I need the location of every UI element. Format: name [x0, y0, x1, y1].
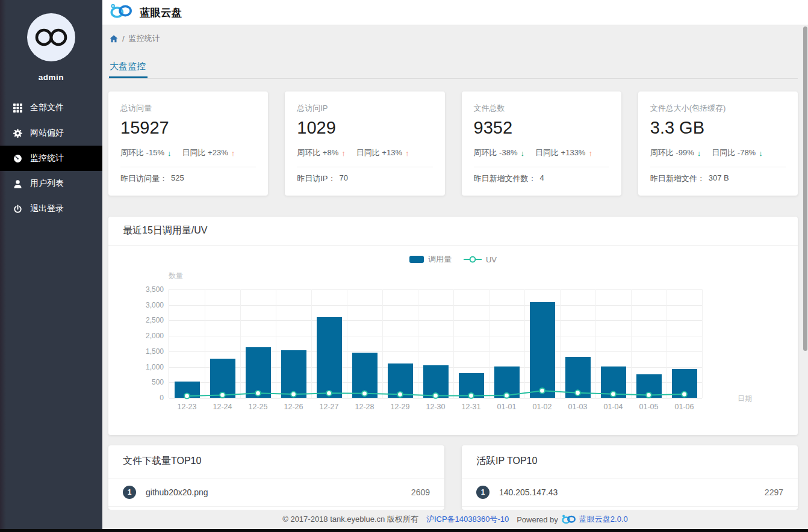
stat-card-value: 1029 — [297, 118, 432, 138]
trend-day: 日同比 -78%↓ — [712, 147, 762, 158]
chart-card: 最近15日调用量/UV 调用量 UV 数量 05001,0001,5002,00… — [108, 217, 798, 435]
sidebar-item-label: 全部文件 — [30, 102, 64, 113]
x-tick-label: 01-02 — [524, 403, 561, 411]
arrow-up-icon: ↑ — [231, 149, 235, 158]
chart-y-axis-label: 数量 — [169, 271, 183, 281]
uv-data-point — [504, 393, 509, 398]
trend-week: 周环比 -38%↓ — [474, 147, 524, 158]
y-tick-label: 2,500 — [122, 316, 164, 324]
stat-card-value: 15927 — [120, 118, 256, 138]
stat-card-trends: 周环比 -99%↓日同比 -78%↓ — [650, 147, 786, 158]
trend-day: 日同比 +13%↑ — [356, 147, 409, 158]
uv-data-point — [575, 390, 580, 395]
stat-card-divider — [650, 167, 786, 167]
stat-card-trends: 周环比 -15%↓日同比 +23%↑ — [120, 147, 256, 158]
list-item: 1140.205.147.432297 — [462, 478, 798, 507]
x-tick-label: 12-26 — [276, 403, 312, 411]
stat-footer-value: 307 B — [709, 173, 729, 184]
stat-card-footer: 昨日访IP：70 — [297, 173, 432, 184]
tab-bar-divider — [108, 78, 798, 79]
x-tick-label: 12-23 — [169, 403, 205, 411]
uv-data-point — [362, 391, 367, 396]
sidebar-item-1[interactable]: 网站偏好 — [0, 120, 102, 146]
stat-footer-label: 昨日访IP： — [297, 173, 335, 184]
x-tick-label: 01-06 — [667, 403, 703, 411]
legend-item-line[interactable]: UV — [464, 255, 497, 264]
stat-footer-value: 70 — [340, 173, 348, 184]
legend-item-bar[interactable]: 调用量 — [409, 254, 452, 265]
arrow-up-icon: ↑ — [588, 149, 592, 158]
line-marker-icon — [464, 256, 482, 263]
stat-card-divider — [297, 167, 432, 167]
trend-label: 日同比 +133% — [535, 147, 585, 158]
footer-brand-link[interactable]: 蓝眼云盘2.0.0 — [579, 514, 628, 525]
avatar — [27, 13, 75, 61]
uv-data-point — [682, 392, 687, 397]
uv-data-point — [433, 393, 438, 398]
app-title: 蓝眼云盘 — [140, 5, 182, 20]
stat-card-label: 文件总数 — [474, 103, 609, 114]
app-logo-icon — [110, 2, 132, 22]
trend-label: 周环比 +8% — [297, 147, 338, 158]
panel-title: 活跃IP TOP10 — [476, 455, 537, 468]
grid-line-v — [702, 289, 703, 398]
stat-footer-label: 昨日新增文件数： — [474, 173, 536, 184]
window-bottom-edge — [0, 529, 808, 532]
x-tick-label: 12-25 — [240, 403, 276, 411]
x-tick-label: 01-04 — [595, 403, 632, 411]
stat-card-trends: 周环比 +8%↑日同比 +13%↑ — [297, 147, 432, 158]
footer-icp-link[interactable]: 沪ICP备14038360号-10 — [426, 514, 509, 525]
uv-data-point — [397, 392, 403, 397]
app-footer: © 2017-2018 tank.eyeblue.cn 版权所有 沪ICP备14… — [102, 510, 808, 529]
stat-card-label: 文件总大小(包括缓存) — [650, 103, 786, 114]
panel-title: 文件下载量TOP10 — [123, 455, 201, 468]
trend-week: 周环比 -99%↓ — [650, 147, 701, 158]
stat-card-divider — [474, 167, 609, 167]
arrow-up-icon: ↑ — [405, 149, 409, 158]
power-icon — [13, 205, 22, 214]
home-icon[interactable] — [110, 35, 118, 43]
stat-card-label: 总访问IP — [297, 103, 432, 114]
sidebar-item-2[interactable]: 监控统计 — [0, 146, 102, 171]
legend-bar-label: 调用量 — [428, 254, 452, 265]
uv-data-point — [255, 391, 261, 396]
sidebar-item-0[interactable]: 全部文件 — [0, 95, 102, 120]
list-item-name: 140.205.147.43 — [499, 487, 558, 497]
y-tick-label: 1,000 — [122, 363, 164, 371]
uv-data-point — [220, 392, 225, 398]
trend-week: 周环比 -15%↓ — [120, 147, 171, 158]
stat-card-footer: 昨日新增文件数：4 — [474, 173, 609, 184]
stat-card-2: 文件总数9352周环比 -38%↓日同比 +133%↑昨日新增文件数：4 — [462, 91, 621, 196]
scrollbar-thumb[interactable] — [803, 26, 807, 351]
arrow-down-icon: ↓ — [520, 149, 524, 158]
stat-cards-row: 总访问量15927周环比 -15%↓日同比 +23%↑昨日访问量：525总访问I… — [108, 91, 798, 196]
y-tick-label: 0 — [122, 394, 164, 402]
list-item-name: github20x20.png — [146, 487, 208, 497]
stat-card-value: 3.3 GB — [650, 118, 786, 138]
arrow-up-icon: ↑ — [341, 149, 346, 158]
uv-data-point — [326, 391, 332, 396]
list-item-value: 2297 — [765, 487, 783, 497]
chart-x-axis-label: 日期 — [738, 394, 752, 404]
brand-infinity-icon — [34, 27, 69, 48]
chart-title: 最近15日调用量/UV — [123, 224, 207, 237]
app: admin 全部文件网站偏好监控统计用户列表退出登录 蓝眼云盘 / 监控统计 大… — [0, 0, 808, 532]
x-tick-label: 12-24 — [205, 403, 241, 411]
footer-powered-prefix: Powered by — [517, 515, 558, 524]
stat-card-1: 总访问IP1029周环比 +8%↑日同比 +13%↑昨日访IP：70 — [285, 91, 444, 196]
x-tick-label: 01-03 — [560, 403, 596, 411]
list-item-value: 2609 — [411, 487, 430, 497]
x-tick-label: 12-27 — [311, 403, 347, 411]
x-tick-label: 12-28 — [347, 403, 383, 411]
uv-data-point — [611, 391, 616, 397]
stat-footer-label: 昨日访问量： — [120, 173, 167, 184]
sidebar-item-4[interactable]: 退出登录 — [0, 196, 102, 221]
stat-card-divider — [120, 167, 256, 167]
sidebar-item-3[interactable]: 用户列表 — [0, 171, 102, 196]
tab-dashboard[interactable]: 大盘监控 — [110, 61, 146, 72]
breadcrumb-separator: / — [122, 34, 125, 43]
rank-badge: 1 — [476, 486, 489, 499]
trend-label: 日同比 +13% — [356, 147, 402, 158]
sidebar-item-label: 退出登录 — [30, 203, 64, 214]
sidebar: admin 全部文件网站偏好监控统计用户列表退出登录 — [0, 0, 102, 532]
